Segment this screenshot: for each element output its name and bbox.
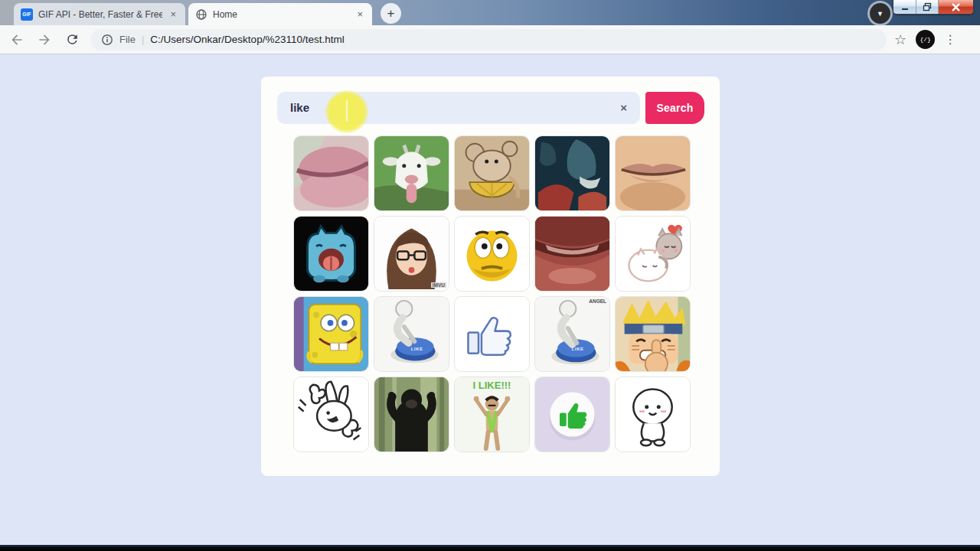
caption-label: I LIKE!!! (455, 380, 529, 391)
gif-thumbnail-red-lips[interactable] (534, 216, 610, 292)
gif-thumbnail-lips-skin[interactable] (615, 135, 691, 211)
like-button-label: LIKE (411, 347, 423, 351)
search-value: like (290, 92, 309, 124)
gif-thumbnail-emoji[interactable] (454, 216, 530, 292)
watermark-label: ANGEL (589, 298, 606, 304)
caret-down-icon: ▼ (877, 11, 884, 18)
restore-button[interactable] (916, 0, 939, 14)
gif-thumbnail-jerry-mouse[interactable] (454, 135, 530, 211)
click-highlight (325, 90, 368, 133)
tab-home[interactable]: Home × (188, 3, 372, 25)
gif-thumbnail-lips-pink[interactable] (293, 135, 369, 211)
url-scheme-label: File (119, 34, 136, 45)
close-icon (951, 2, 961, 12)
close-button[interactable] (939, 0, 973, 14)
gif-thumbnail-facebook-thumb[interactable] (454, 296, 530, 372)
forward-icon (37, 32, 52, 47)
reload-button[interactable] (61, 29, 83, 51)
gif-thumbnail-girl-glasses[interactable]: IMVU (374, 216, 449, 292)
restore-icon (923, 2, 932, 11)
gif-thumbnail-capoo-cat[interactable] (293, 216, 369, 292)
tab-gif-api[interactable]: GIF GIF API - Better, Faster & Free | T … (14, 3, 185, 25)
down-arrow-circle-icon[interactable]: ▼ (870, 3, 890, 24)
menu-icon[interactable]: ⋮ (944, 32, 956, 47)
gif-favicon-icon: GIF (21, 8, 33, 21)
forward-button[interactable] (34, 29, 55, 51)
page-viewport: like × Search (0, 55, 980, 545)
tab-strip: GIF GIF API - Better, Faster & Free | T … (0, 0, 980, 25)
minimize-button[interactable] (893, 0, 916, 14)
gif-search-card: like × Search (261, 77, 720, 476)
search-button[interactable]: Search (645, 92, 704, 124)
tab-title: Home (213, 9, 349, 20)
gif-thumbnail-like-button-press-angel[interactable]: LIKE ANGEL (534, 296, 610, 372)
gif-thumbnail-green-thumb[interactable] (534, 377, 610, 452)
gif-thumbnail-gorilla[interactable] (374, 377, 449, 452)
address-bar[interactable]: File | C:/Users/Onkar/Desktop/%23110/tes… (90, 29, 887, 51)
gif-thumbnail-like-button-press[interactable]: LIKE (374, 296, 449, 372)
toolbar-actions: ☆ {/} ⋮ (887, 30, 967, 49)
gif-thumbnail-bunny-doodle[interactable] (293, 377, 369, 452)
gif-grid: IMVU (293, 135, 691, 452)
extension-icon[interactable]: {/} (916, 30, 935, 49)
url-separator: | (142, 34, 144, 45)
gif-thumbnail-spongebob[interactable] (293, 296, 369, 372)
back-icon (9, 32, 24, 47)
gif-thumbnail-goat[interactable] (374, 135, 449, 211)
globe-icon (195, 8, 207, 21)
gif-thumbnail-borat[interactable]: I LIKE!!! (454, 377, 530, 452)
tab-title: GIF API - Better, Faster & Free | T (38, 9, 162, 20)
tab-close-icon[interactable]: × (354, 8, 365, 20)
gif-thumbnail-naruto[interactable] (615, 296, 691, 372)
bookmark-star-icon[interactable]: ☆ (894, 31, 906, 48)
bottom-letterbox-bar (0, 545, 980, 551)
minimize-icon (900, 2, 910, 11)
gif-thumbnail-blob-doodle[interactable] (615, 377, 691, 452)
new-tab-button[interactable]: + (381, 3, 401, 24)
watermark-label: IMVU (431, 282, 446, 288)
reload-icon (65, 32, 80, 47)
info-icon (101, 34, 113, 46)
gif-thumbnail-stitch[interactable] (534, 135, 610, 211)
clear-search-icon[interactable]: × (620, 92, 627, 124)
like-button-label: LIKE (572, 347, 584, 351)
tab-close-icon[interactable]: × (168, 8, 178, 20)
gif-thumbnail-hugging-cats[interactable] (615, 216, 691, 292)
search-input[interactable]: like × (277, 92, 640, 124)
window-controls (893, 0, 974, 15)
url-text: C:/Users/Onkar/Desktop/%23110/test.html (150, 34, 344, 45)
back-button[interactable] (6, 29, 28, 51)
browser-toolbar: File | C:/Users/Onkar/Desktop/%23110/tes… (0, 25, 980, 54)
